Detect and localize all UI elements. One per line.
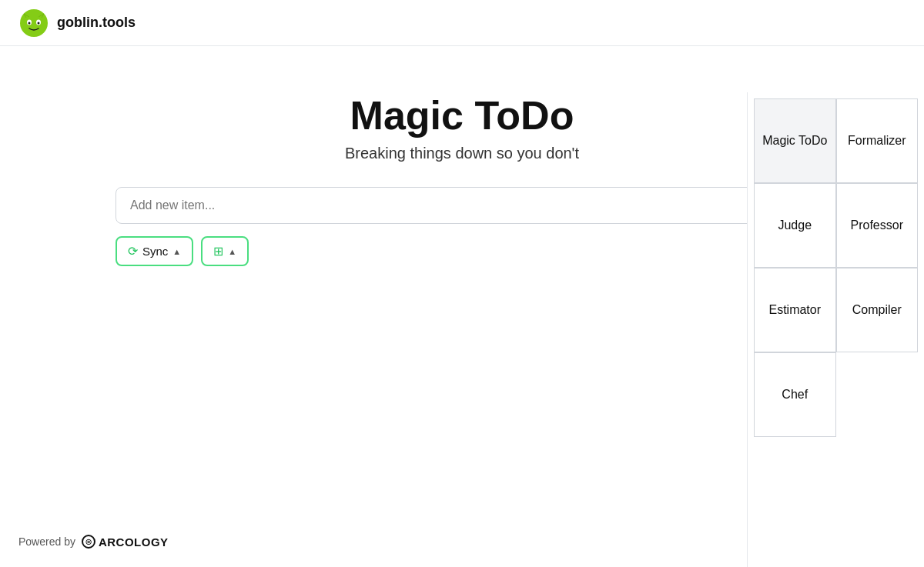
sidebar-item-compiler[interactable]: Compiler (836, 268, 919, 352)
sidebar-item-label: Estimator (768, 303, 821, 317)
page-subtitle: Breaking things down so you don't (345, 145, 579, 162)
sidebar-item-judge[interactable]: Judge (754, 183, 836, 268)
add-button[interactable]: ⊞ ▲ (201, 236, 249, 266)
input-container (116, 187, 808, 224)
arcology-brand: ◎ ARCOLOGY (82, 535, 169, 549)
svg-point-3 (28, 22, 31, 24)
toolbar: ⟳ Sync ▲ ⊞ ▲ (116, 236, 808, 266)
goblin-logo-icon (18, 8, 49, 38)
page-title: Magic ToDo (350, 92, 574, 138)
sidebar-item-formalizer[interactable]: Formalizer (836, 98, 919, 183)
logo-link[interactable]: goblin.tools (18, 8, 136, 38)
arcology-icon: ◎ (82, 535, 95, 549)
sidebar-item-label: Judge (778, 218, 812, 232)
add-icon: ⊞ (213, 244, 223, 258)
sidebar-item-professor[interactable]: Professor (836, 183, 919, 268)
add-item-input[interactable] (116, 187, 808, 224)
main-content: Magic ToDo Breaking things down so you d… (0, 46, 924, 567)
sidebar-item-magic-todo[interactable]: Magic ToDo (754, 98, 836, 183)
sidebar-item-estimator[interactable]: Estimator (754, 268, 836, 352)
side-panel: Magic ToDo Formalizer Judge Professor Es… (747, 92, 924, 567)
svg-point-0 (20, 9, 48, 37)
sidebar-item-label: Professor (851, 218, 903, 232)
powered-by-text: Powered by (18, 535, 75, 548)
sidebar-item-label: Compiler (852, 303, 902, 317)
sidebar-item-label: Chef (782, 388, 808, 402)
footer: Powered by ◎ ARCOLOGY (18, 535, 169, 549)
arcology-text: ARCOLOGY (99, 535, 169, 549)
sync-icon: ⟳ (128, 244, 138, 258)
logo-text: goblin.tools (57, 15, 136, 31)
sync-label: Sync (142, 245, 168, 258)
add-chevron-icon: ▲ (228, 247, 236, 256)
sidebar-item-label: Formalizer (848, 134, 906, 148)
svg-point-4 (38, 22, 40, 24)
navbar: goblin.tools (0, 0, 924, 46)
sidebar-item-label: Magic ToDo (762, 134, 827, 148)
sync-button[interactable]: ⟳ Sync ▲ (116, 236, 193, 266)
sync-chevron-icon: ▲ (172, 247, 181, 256)
sidebar-item-chef[interactable]: Chef (754, 352, 836, 437)
